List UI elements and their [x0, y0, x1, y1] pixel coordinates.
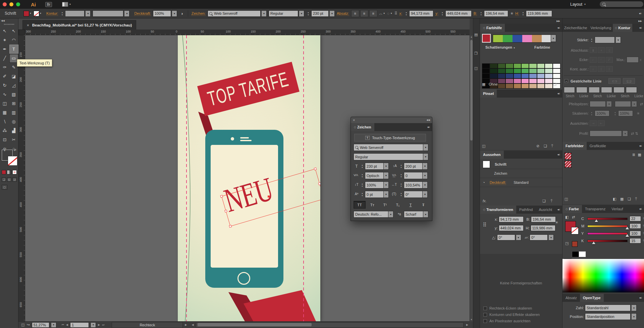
- color-variation-swatch[interactable]: [529, 63, 537, 68]
- color-variation-swatch[interactable]: [521, 73, 529, 78]
- cp-leading-dropdown[interactable]: ▼: [423, 163, 428, 170]
- cp-size-dropdown[interactable]: ▼: [384, 163, 389, 170]
- cp-rotation-dropdown[interactable]: ▼: [423, 191, 428, 198]
- color-variation-swatch[interactable]: [537, 78, 545, 84]
- y-stepper[interactable]: ▲▼: [440, 11, 444, 16]
- scale-start-field[interactable]: 100%: [595, 110, 609, 116]
- visibility-icon[interactable]: ◔: [483, 180, 485, 184]
- cp-baseline-stepper[interactable]: ▲▼: [360, 191, 364, 198]
- save-to-swatches-icon[interactable]: ❏: [553, 82, 556, 87]
- reference-point-grid-icon[interactable]: ⠿: [483, 222, 487, 228]
- lasso-tool[interactable]: ◠: [9, 36, 18, 45]
- width-stepper[interactable]: ▲▼: [479, 11, 483, 16]
- shear-field[interactable]: 0°: [530, 234, 548, 240]
- scale-tool[interactable]: ◿: [9, 81, 18, 90]
- limit-colors-icon[interactable]: ▦: [482, 82, 485, 87]
- cap-butt-button[interactable]: ▮: [590, 47, 597, 53]
- swatch-fill-item[interactable]: [565, 153, 572, 160]
- opacity-label[interactable]: Deckkraft:: [134, 11, 151, 16]
- new-brush-icon[interactable]: ❏: [544, 144, 547, 148]
- bridge-button[interactable]: Br: [45, 2, 52, 7]
- pen-tool[interactable]: ✒: [0, 45, 9, 54]
- color-variation-swatch[interactable]: [505, 78, 513, 84]
- tab-ausrichten[interactable]: Ausricht: [536, 206, 555, 214]
- tab-opentype[interactable]: OpenType: [580, 294, 604, 302]
- draw-normal-button[interactable]: ❏: [2, 177, 6, 182]
- cp-tracking-stepper[interactable]: ▲▼: [399, 172, 403, 179]
- harmony-chip[interactable]: [493, 35, 503, 42]
- arrowhead-start-dropdown[interactable]: ▼: [607, 101, 612, 107]
- direct-selection-tool[interactable]: ↖: [9, 26, 18, 36]
- slice-tool[interactable]: ✂: [9, 135, 18, 144]
- dash-field[interactable]: [626, 87, 637, 93]
- first-artboard-icon[interactable]: ⏮: [62, 323, 64, 327]
- slider-thumb[interactable]: [592, 241, 595, 244]
- align-left-button[interactable]: ≡: [351, 10, 359, 17]
- tab-zeichen[interactable]: ◇ Zeichen: [351, 123, 374, 131]
- align-dashes-button[interactable]: ⊑⊒: [623, 78, 635, 84]
- color-variation-swatch[interactable]: [505, 84, 513, 89]
- panel-menu-icon[interactable]: ▾≡: [639, 26, 642, 30]
- workspace-switcher[interactable]: Layout ▼: [570, 2, 586, 7]
- slider-thumb[interactable]: [595, 219, 598, 222]
- status-options-icon[interactable]: ▶: [185, 323, 187, 326]
- align-right-button[interactable]: ≡: [369, 10, 377, 17]
- color-variation-swatch[interactable]: [490, 68, 497, 73]
- align-center-button[interactable]: ≡: [360, 10, 368, 17]
- position-field[interactable]: Standardposition: [585, 313, 631, 320]
- column-graph-tool[interactable]: ▟: [9, 126, 18, 135]
- color-variation-swatch[interactable]: [514, 84, 521, 89]
- figure-field[interactable]: Standardzahl: [585, 305, 631, 311]
- eyedropper-tool[interactable]: ∖: [0, 117, 9, 126]
- flare-options-icon[interactable]: ◌: [387, 11, 389, 15]
- shades-dropdown[interactable]: Schattierungen ▼: [485, 45, 515, 49]
- scroll-left-icon[interactable]: ◀: [192, 323, 194, 326]
- gradient-tool[interactable]: ▥: [9, 108, 18, 117]
- swap-fill-stroke-icon[interactable]: ⇄: [14, 148, 16, 152]
- font-style-field[interactable]: Regular: [269, 10, 298, 17]
- tab-grafikstile[interactable]: Grafikstile: [587, 142, 609, 150]
- x-field[interactable]: 94,173 mm: [409, 10, 433, 17]
- search-input[interactable]: [600, 1, 643, 7]
- rotate-dropdown[interactable]: ▼: [516, 234, 521, 240]
- cp-kerning-dropdown[interactable]: ▼: [384, 172, 389, 179]
- x-stepper[interactable]: ▲▼: [404, 11, 408, 16]
- in-gamut-swatch[interactable]: [572, 241, 578, 247]
- stroke-color-control[interactable]: ▼: [34, 11, 42, 16]
- paragraph-label[interactable]: Absatz:: [337, 11, 349, 16]
- color-spectrum[interactable]: [562, 259, 644, 292]
- variable-width-profile-dropdown[interactable]: ▼: [124, 10, 129, 17]
- arrowhead-start-field[interactable]: [590, 101, 606, 107]
- ruler-origin-box[interactable]: [18, 30, 25, 35]
- shear-dropdown[interactable]: ▼: [549, 234, 554, 240]
- option-row[interactable]: An Pixelraster ausrichten: [483, 319, 530, 323]
- harmony-dropdown[interactable]: ▼: [551, 35, 556, 42]
- width-label[interactable]: B:: [474, 11, 477, 16]
- color-variation-swatch[interactable]: [514, 63, 521, 68]
- panel-menu-icon[interactable]: ▾≡: [557, 26, 560, 30]
- magic-wand-tool[interactable]: ✶: [0, 36, 9, 45]
- artboard[interactable]: TOP TARIFE NEU: [178, 35, 320, 321]
- reference-point-icon[interactable]: ⠿: [394, 11, 397, 16]
- swatch-libraries-icon[interactable]: ◫: [565, 197, 568, 201]
- color-variation-swatch[interactable]: [514, 78, 521, 84]
- current-tool-status[interactable]: Rechteck: [112, 322, 183, 328]
- rotate-field[interactable]: 0°: [497, 234, 515, 240]
- align-outside-button[interactable]: ⌈: [606, 66, 613, 72]
- scale-end-field[interactable]: 100%: [618, 110, 633, 116]
- tab-kontur[interactable]: ◇ Kontur: [613, 24, 632, 32]
- channel-value-field[interactable]: 100: [630, 231, 641, 236]
- arrowhead-end-dropdown[interactable]: ▼: [632, 101, 637, 107]
- option-row[interactable]: Rechteck-Ecken skalieren: [483, 306, 532, 310]
- color-variation-swatch[interactable]: [537, 68, 545, 73]
- preserve-dashes-button[interactable]: ⊏⊐: [608, 78, 621, 84]
- position-dropdown[interactable]: ▼: [632, 313, 637, 320]
- status-grid-icon[interactable]: ◫: [21, 323, 24, 327]
- cp-size-field[interactable]: 230 pt: [365, 163, 384, 170]
- cap-round-button[interactable]: ◖: [598, 47, 605, 53]
- arrow-inside-button[interactable]: ⇤: [598, 120, 605, 126]
- slider-track[interactable]: [587, 218, 628, 220]
- perspective-grid-tool[interactable]: ⊞: [9, 99, 18, 108]
- cp-antialias-field[interactable]: Scharf: [404, 211, 423, 218]
- color-variation-swatch[interactable]: [505, 63, 513, 68]
